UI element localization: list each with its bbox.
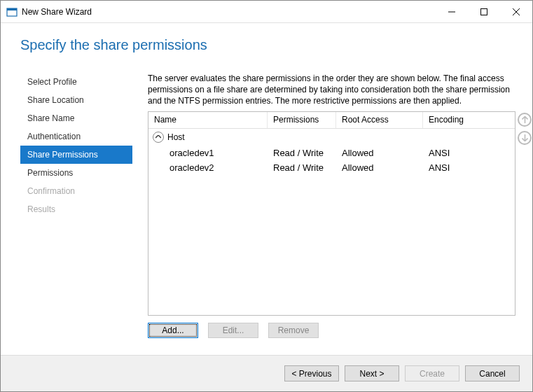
table-row[interactable]: oracledev2 Read / Write Allowed ANSI [148,160,515,175]
sidebar-item-confirmation: Confirmation [20,182,132,200]
close-icon [513,8,520,15]
footer: < Previous Next > Create Cancel [1,355,532,391]
add-button[interactable]: Add... [148,323,198,338]
reorder-buttons [518,113,532,145]
chevron-up-icon[interactable] [153,132,164,143]
minimize-button[interactable] [436,1,468,22]
cell-root-access: Allowed [336,148,423,158]
action-buttons: Add... Edit... Remove [148,323,515,338]
column-header-root-access[interactable]: Root Access [336,112,423,128]
cell-encoding: ANSI [423,162,479,173]
cell-permissions: Read / Write [268,148,336,158]
page-title: Specify the share permissions [20,37,515,53]
group-label: Host [167,132,185,142]
main-area: Select Profile Share Location Share Name… [20,73,515,355]
edit-button: Edit... [208,323,258,338]
cell-root-access: Allowed [336,162,423,173]
titlebar: New Share Wizard [1,1,532,23]
cell-encoding: ANSI [423,148,479,158]
column-header-permissions[interactable]: Permissions [268,112,336,128]
wizard-steps-sidebar: Select Profile Share Location Share Name… [20,73,132,355]
permissions-table: Name Permissions Root Access Encoding Ho… [148,111,515,316]
description-text: The server evaluates the share permissio… [148,73,515,107]
svg-rect-3 [481,8,487,15]
cell-name: oracledev1 [148,148,268,158]
sidebar-item-share-permissions[interactable]: Share Permissions [20,146,132,164]
arrow-down-icon [522,134,528,141]
table-row[interactable]: oracledev1 Read / Write Allowed ANSI [148,146,515,160]
sidebar-item-share-location[interactable]: Share Location [20,91,132,109]
move-up-button[interactable] [518,113,532,127]
cell-permissions: Read / Write [268,162,336,173]
svg-rect-1 [7,8,17,10]
cell-name: oracledev2 [148,162,268,173]
move-down-button[interactable] [518,131,532,145]
next-button[interactable]: Next > [345,365,399,382]
app-icon [6,6,18,18]
sidebar-item-permissions[interactable]: Permissions [20,164,132,182]
create-button: Create [405,365,459,382]
table-wrap: Name Permissions Root Access Encoding Ho… [148,111,515,316]
cancel-button[interactable]: Cancel [465,365,520,382]
column-header-name[interactable]: Name [148,112,268,128]
sidebar-item-results: Results [20,200,132,218]
window-title: New Share Wizard [22,7,436,17]
sidebar-item-authentication[interactable]: Authentication [20,127,132,146]
maximize-icon [480,8,487,15]
table-header: Name Permissions Root Access Encoding [148,112,515,129]
remove-button: Remove [268,323,319,338]
group-row-host[interactable]: Host [148,129,515,146]
previous-button[interactable]: < Previous [284,365,339,382]
right-pane: The server evaluates the share permissio… [148,73,515,355]
sidebar-item-share-name[interactable]: Share Name [20,109,132,127]
arrow-up-icon [522,116,528,123]
close-button[interactable] [500,1,532,22]
sidebar-item-select-profile[interactable]: Select Profile [20,73,132,91]
column-header-encoding[interactable]: Encoding [423,112,479,128]
content-area: Specify the share permissions Select Pro… [1,23,532,355]
maximize-button[interactable] [468,1,500,22]
window-controls [436,1,532,22]
minimize-icon [448,8,455,15]
